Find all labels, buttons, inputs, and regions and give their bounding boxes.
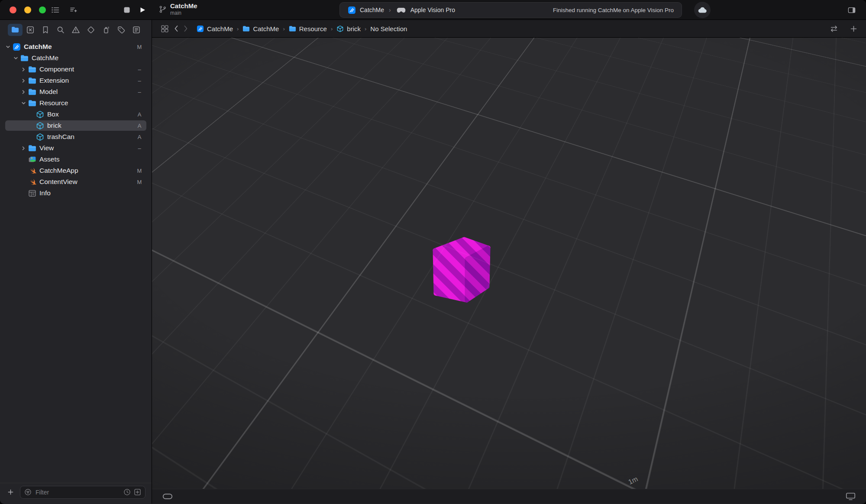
- object-mode-button[interactable]: [162, 493, 173, 500]
- tree-item-view[interactable]: View –: [0, 142, 152, 154]
- add-editor-button[interactable]: [850, 25, 857, 32]
- play-icon: [139, 6, 146, 13]
- 3d-viewport[interactable]: 1m: [152, 38, 866, 489]
- capsule-icon: [162, 493, 173, 500]
- go-back-button[interactable]: [174, 25, 178, 32]
- tree-item-resource[interactable]: Resource: [0, 97, 152, 109]
- tab-tests-navigator[interactable]: [84, 24, 98, 36]
- plus-icon: [850, 25, 857, 32]
- bookmark-icon: [41, 26, 50, 34]
- breadcrumb-folder-catchme[interactable]: CatchMe: [242, 25, 279, 32]
- breadcrumb-file-brick[interactable]: brick: [336, 25, 361, 32]
- tree-item-trashcan[interactable]: trashCan A: [0, 131, 152, 142]
- chevron-right-icon[interactable]: [20, 145, 27, 151]
- chevron-down-icon[interactable]: [4, 44, 12, 49]
- editor-options-icon: [69, 6, 78, 14]
- inspector-toggle-button[interactable]: [845, 4, 858, 16]
- swift-file-icon: [28, 167, 36, 175]
- run-destination[interactable]: Apple Vision Pro: [410, 6, 455, 13]
- status-badge: A: [134, 111, 145, 118]
- report-doc-icon: [132, 26, 141, 34]
- filter-input[interactable]: [35, 488, 120, 496]
- editor-options-button[interactable]: [68, 4, 80, 16]
- tab-issues-navigator[interactable]: [68, 24, 83, 36]
- go-forward-button[interactable]: [184, 25, 188, 32]
- app-icon: [348, 6, 356, 14]
- folder-icon: [28, 99, 36, 107]
- chevron-right-icon[interactable]: [20, 78, 27, 83]
- xmark-square-icon: [26, 26, 35, 34]
- tab-project-navigator[interactable]: [8, 24, 23, 36]
- breadcrumb-folder-resource[interactable]: Resource: [289, 25, 327, 32]
- run-button[interactable]: [136, 4, 149, 16]
- scheme-name[interactable]: CatchMe: [360, 6, 384, 13]
- asset-catalog-icon: [28, 155, 36, 164]
- tab-bookmarks-navigator[interactable]: [38, 24, 53, 36]
- tree-item-box[interactable]: Box A: [0, 109, 152, 120]
- tree-item-catchme-project[interactable]: CatchMe M: [0, 41, 152, 52]
- spray-can-icon: [102, 26, 110, 34]
- tree-item-model[interactable]: Model –: [0, 86, 152, 97]
- cloud-icon: [698, 6, 707, 13]
- status-badge: –: [134, 66, 145, 73]
- scheme-status-pill[interactable]: CatchMe › Apple Vision Pro Finished runn…: [339, 2, 682, 18]
- xcode-cloud-button[interactable]: [694, 2, 711, 18]
- cube-3d-icon: [336, 25, 344, 32]
- swap-editor-button[interactable]: [829, 25, 839, 32]
- filter-icon: [24, 488, 32, 496]
- navigator-sidebar: CatchMe M CatchMe Component –: [0, 20, 152, 504]
- diamond-icon: [87, 26, 95, 34]
- tab-find-navigator[interactable]: [53, 24, 68, 36]
- project-title: CatchMe: [170, 2, 197, 10]
- chevron-down-icon[interactable]: [20, 100, 27, 106]
- vision-pro-icon: [396, 6, 407, 14]
- filter-scope-plus-icon[interactable]: [134, 488, 141, 496]
- related-items-button[interactable]: [161, 25, 169, 33]
- recent-files-clock-icon[interactable]: [123, 488, 131, 496]
- tab-reports-navigator[interactable]: [129, 24, 144, 36]
- folder-icon: [28, 88, 36, 96]
- chevron-down-icon[interactable]: [12, 55, 19, 61]
- panel-right-icon: [848, 6, 856, 15]
- chevron-right-icon[interactable]: [20, 67, 27, 72]
- jump-bar: CatchMe › CatchMe › Resource ›: [152, 20, 866, 38]
- zoom-window-button[interactable]: [39, 6, 46, 13]
- tree-item-contentview[interactable]: ContentView M: [0, 176, 152, 187]
- tab-changes-navigator[interactable]: [23, 24, 38, 36]
- minimize-window-button[interactable]: [24, 6, 31, 13]
- folder-icon: [28, 144, 36, 152]
- titlebar: CatchMe main CatchMe › Apple Vision Pro …: [0, 0, 866, 20]
- project-info: CatchMe main: [158, 2, 197, 16]
- tree-item-catchmeapp[interactable]: CatchMeApp M: [0, 165, 152, 176]
- filter-field[interactable]: [20, 486, 145, 499]
- tree-item-component[interactable]: Component –: [0, 64, 152, 75]
- add-item-button[interactable]: [5, 487, 16, 498]
- breadcrumb-project[interactable]: CatchMe: [197, 25, 233, 32]
- brick-3d-model[interactable]: [429, 232, 494, 306]
- tree-item-extension[interactable]: Extension –: [0, 75, 152, 86]
- branch-name: main: [170, 10, 197, 16]
- tree-item-assets[interactable]: Assets: [0, 154, 152, 165]
- tree-item-catchme-folder[interactable]: CatchMe: [0, 52, 152, 64]
- navigator-toggle-icon: [51, 6, 60, 14]
- tab-debug-navigator[interactable]: [99, 24, 113, 36]
- stop-icon: [123, 6, 130, 13]
- navigator-toggle-button[interactable]: [49, 4, 61, 16]
- display-options-button[interactable]: [846, 492, 856, 501]
- folder-icon: [242, 25, 250, 32]
- project-app-icon: [13, 43, 21, 51]
- stop-button[interactable]: [121, 4, 133, 16]
- tag-icon: [117, 26, 126, 34]
- folder-icon: [11, 26, 19, 34]
- breadcrumb-no-selection[interactable]: No Selection: [370, 25, 407, 32]
- tab-breakpoints-navigator[interactable]: [114, 24, 129, 36]
- chevron-right-icon[interactable]: [20, 89, 27, 94]
- cube-3d-icon: [36, 122, 44, 130]
- branch-icon: [158, 5, 167, 13]
- status-badge: M: [134, 168, 145, 174]
- status-badge: M: [134, 179, 145, 185]
- tree-item-info[interactable]: Info: [0, 187, 152, 199]
- close-window-button[interactable]: [10, 6, 16, 13]
- tree-item-brick[interactable]: brick A: [0, 120, 152, 131]
- editor-area: CatchMe › CatchMe › Resource ›: [152, 20, 866, 504]
